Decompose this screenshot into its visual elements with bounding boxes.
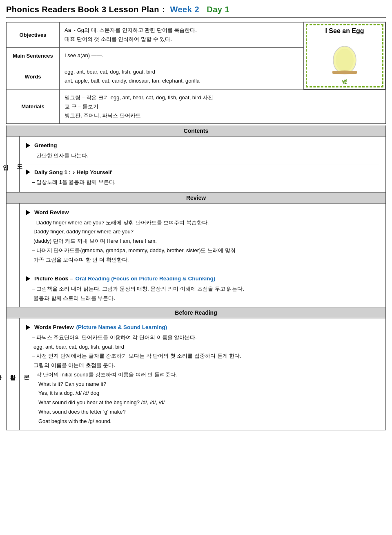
review-content: Word Review – Daddy finger where are you… (20, 204, 385, 307)
objectives-row: Objectives Aa ~ Gg의 대, 소문자를 인지하고 관련 단어를 … (7, 22, 386, 48)
main-label: 본활동 (7, 318, 20, 430)
book-cover: I See an Egg 🌿 (306, 24, 383, 87)
page: Phonics Readers Book 3 Lesson Plan： Week… (0, 0, 392, 434)
greeting-title-text: Greeting (34, 141, 57, 150)
materials-row: Materials 밑그림 – 작은 크기 egg, ant, bear, ca… (7, 90, 386, 124)
word-review-line2: Daddy finger, daddy finger where are you… (33, 227, 379, 237)
word-review-triangle (26, 210, 30, 215)
wp-line1: – 파닉스 주요단어의 단어카드를 이용하여 각 단어의 이름을 알아본다. (32, 333, 379, 342)
words-preview-prefix: Words Preview (34, 322, 74, 332)
greeting-triangle (26, 143, 30, 148)
contents-wrapper: Contents 도입 Greeting – 간단한 인사를 나눈다. Dail… (6, 125, 386, 430)
materials-content: 밑그림 – 작은 크기 egg, ant, bear, cat, dog, fi… (60, 90, 386, 124)
contents-header: Contents (7, 125, 385, 137)
daily-song-triangle (26, 170, 30, 175)
picture-book-title: Picture Book – Oral Reading (Focus on Pi… (26, 274, 379, 284)
objectives-line1: Aa ~ Gg의 대, 소문자를 인지하고 관련 단어를 복습한다. (65, 26, 298, 35)
materials-line1: 밑그림 – 작은 크기 egg, ant, bear, cat, dog, fi… (65, 93, 381, 102)
word-review-line4: – 나머지 단어카드들(grandma, grandpa, mommy, dad… (32, 246, 379, 255)
words-preview-highlight: (Picture Names & Sound Learning) (76, 322, 167, 332)
daily-song-title: Daily Song 1 : ♪ Help Yourself (26, 168, 379, 177)
objectives-line2: 대표 단어의 첫 소리를 인식하여 말할 수 있다. (65, 35, 298, 44)
materials-label: Materials (7, 90, 60, 124)
review-left-spacer (7, 204, 20, 307)
intro-label: 도입 (7, 137, 20, 192)
picture-book-line1: – 그림책을 소리 내어 읽는다. 그림과 문장의 매칭, 문장의 의미 이해에… (32, 284, 379, 294)
wp-line6: What is it? Can you name it? (38, 380, 379, 389)
intro-section: 도입 Greeting – 간단한 인사를 나눈다. Daily Song 1 … (7, 137, 385, 192)
title-day: Day 1 (207, 5, 229, 14)
wp-line2: egg, ant, bear, cat, dog, fish, goat, bi… (33, 342, 379, 352)
wp-line4: 그림의 이름을 아는데 초점을 둔다. (33, 361, 379, 370)
words-content: egg, ant, bear, cat, dog, fish, goat, bi… (60, 64, 304, 90)
book-cover-title: I See an Egg (325, 27, 364, 35)
wp-line5: – 각 단어의 initial sound를 강조하여 이름을 여러 번 들려준… (32, 370, 379, 380)
intro-content: Greeting – 간단한 인사를 나눈다. Daily Song 1 : ♪… (20, 137, 385, 192)
daily-song-title-text: Daily Song 1 : ♪ Help Yourself (34, 168, 111, 177)
wp-line3: – 사전 인지 단계에서는 글자를 강조하기 보다는 각 단어의 첫 소리를 집… (32, 351, 379, 361)
page-title: Phonics Readers Book 3 Lesson Plan： Week… (6, 4, 386, 18)
daily-song-note: – 일상노래 1을 율동과 함께 부른다. (32, 178, 379, 187)
before-reading-section: Before Reading 본활동 Words Preview (Pictur… (7, 307, 385, 430)
before-reading-body: 본활동 Words Preview (Picture Names & Sound… (7, 318, 385, 430)
book-cover-footer: 🌿 (342, 79, 347, 85)
greeting-note: – 간단한 인사를 나눈다. (32, 151, 379, 161)
svg-rect-3 (332, 71, 357, 74)
word-review-line5: 가족 그림을 보여주며 한 번 더 확인한다. (33, 255, 379, 265)
words-preview-triangle (26, 325, 30, 330)
materials-line3: 빙고판, 주머니, 파닉스 단어카드 (65, 111, 381, 120)
words-line1: egg, ant, bear, cat, dog, fish, goat, bi… (65, 67, 298, 76)
main-sentences-content: I see a(an) ――. (60, 48, 304, 64)
word-review-title: Word Review (26, 208, 379, 217)
objectives-content: Aa ~ Gg의 대, 소문자를 인지하고 관련 단어를 복습한다. 대표 단어… (60, 22, 304, 48)
review-header: Review (7, 193, 385, 204)
book-cover-cell: I See an Egg 🌿 (304, 22, 385, 90)
wp-line7: Yes, it is a dog. /d/ /d/ dog (38, 389, 379, 398)
title-week: Week 2 (170, 5, 199, 14)
word-review-title-text: Word Review (34, 208, 69, 217)
objectives-label: Objectives (7, 22, 60, 48)
words-preview-title: Words Preview (Picture Names & Sound Lea… (26, 322, 379, 332)
words-line2: ant, apple, ball, cat, candy, dinosaur, … (65, 76, 298, 85)
picture-book-prefix: Picture Book – (34, 274, 73, 284)
word-review-line3: (daddy) 단어 카드 꺼내 보이며 Here I am, here I a… (33, 237, 379, 246)
picture-book-triangle (26, 276, 30, 281)
svg-point-1 (336, 49, 354, 72)
words-label: Words (7, 64, 60, 90)
wp-line8: What sound did you hear at the beginning… (38, 398, 379, 407)
greeting-title: Greeting (26, 141, 379, 150)
main-sentences-label: Main Sentences (7, 48, 60, 64)
word-review-line1: – Daddy finger where are you? 노래에 맞춰 단어카… (32, 218, 379, 228)
review-section: Review Word Review – Daddy finger where … (7, 192, 385, 307)
egg-illustration (330, 40, 359, 75)
review-body: Word Review – Daddy finger where are you… (7, 204, 385, 307)
picture-book-highlight: Oral Reading (Focus on Picture Reading &… (76, 274, 216, 284)
before-reading-header: Before Reading (7, 307, 385, 318)
picture-book-line2: 율동과 함께 스토리 노래를 부른다. (33, 294, 379, 303)
before-reading-content: Words Preview (Picture Names & Sound Lea… (20, 318, 385, 430)
title-prefix: Phonics Readers Book 3 Lesson Plan： (6, 5, 167, 14)
wp-line9: What sound does the letter 'g' make? (38, 407, 379, 417)
wp-line10: Goat begins with the /g/ sound. (38, 417, 379, 426)
materials-line2: 교 구 – 돋보기 (65, 102, 381, 111)
info-table: Objectives Aa ~ Gg의 대, 소문자를 인지하고 관련 단어를 … (6, 22, 386, 124)
divider1 (26, 164, 379, 164)
